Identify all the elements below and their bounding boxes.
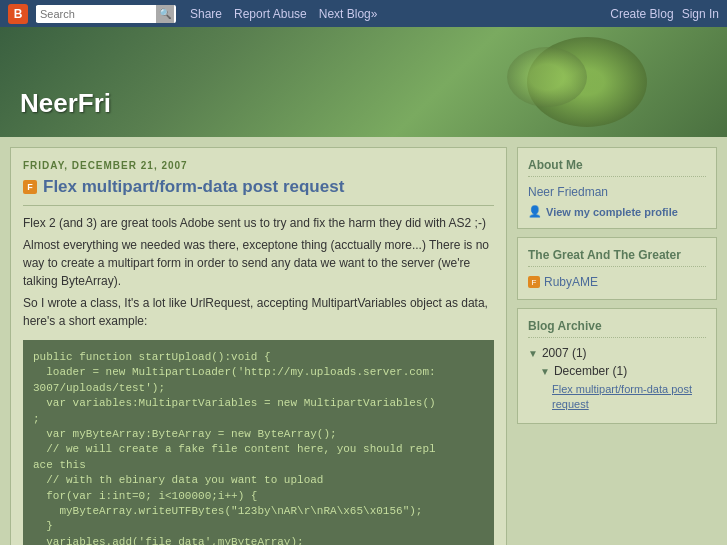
blogger-logo-icon: B — [8, 4, 28, 24]
next-blog-link[interactable]: Next Blog» — [313, 7, 384, 21]
sign-in-link[interactable]: Sign In — [682, 7, 719, 21]
link-icon: F — [528, 276, 540, 288]
about-me-section: About Me Neer Friedman 👤 View my complet… — [517, 147, 717, 229]
search-box: 🔍 — [36, 5, 176, 23]
search-input[interactable] — [36, 6, 156, 22]
post-separator — [23, 205, 494, 206]
post-title[interactable]: Flex multipart/form-data post request — [43, 177, 344, 197]
code-block: public function startUpload():void { loa… — [23, 340, 494, 545]
main-layout: Friday, December 21, 2007 F Flex multipa… — [0, 137, 727, 545]
rubyame-link[interactable]: F RubyAME — [528, 275, 706, 289]
post-title-row: F Flex multipart/form-data post request — [23, 177, 494, 197]
blog-title: NeerFri — [20, 88, 111, 119]
archive-month-label: December (1) — [554, 364, 627, 378]
create-blog-link[interactable]: Create Blog — [610, 7, 673, 21]
archive-month: ▼ December (1) — [540, 364, 706, 378]
rubyame-label: RubyAME — [544, 275, 598, 289]
share-link[interactable]: Share — [184, 7, 228, 21]
archive-post-link[interactable]: Flex multipart/form-data post request — [552, 382, 706, 413]
post-date: Friday, December 21, 2007 — [23, 160, 494, 171]
links-section: The Great And The Greater F RubyAME — [517, 237, 717, 300]
about-name-link[interactable]: Neer Friedman — [528, 185, 706, 199]
archive-section: Blog Archive ▼ 2007 (1) ▼ December (1) F… — [517, 308, 717, 424]
post-icon: F — [23, 180, 37, 194]
post-paragraph-1: Flex 2 (and 3) are great tools Adobe sen… — [23, 214, 494, 232]
top-bar: B 🔍 Share Report Abuse Next Blog» Create… — [0, 0, 727, 27]
blog-header: NeerFri — [0, 27, 727, 137]
archive-year: ▼ 2007 (1) — [528, 346, 706, 360]
about-me-title: About Me — [528, 158, 706, 177]
content-area: Friday, December 21, 2007 F Flex multipa… — [10, 147, 507, 545]
view-profile-link[interactable]: View my complete profile — [546, 206, 678, 218]
post-paragraph-2: Almost everything we needed was there, e… — [23, 236, 494, 290]
sidebar: About Me Neer Friedman 👤 View my complet… — [517, 147, 717, 545]
search-button[interactable]: 🔍 — [156, 5, 174, 23]
top-nav-right: Create Blog Sign In — [610, 7, 719, 21]
archive-title: Blog Archive — [528, 319, 706, 338]
top-nav-links: Share Report Abuse Next Blog» — [184, 7, 383, 21]
archive-year-triangle: ▼ — [528, 348, 538, 359]
profile-row: 👤 View my complete profile — [528, 205, 706, 218]
post-body: Flex 2 (and 3) are great tools Adobe sen… — [23, 214, 494, 330]
post-paragraph-3: So I wrote a class, It's a lot like UrlR… — [23, 294, 494, 330]
links-title: The Great And The Greater — [528, 248, 706, 267]
archive-year-label: 2007 (1) — [542, 346, 587, 360]
archive-month-triangle: ▼ — [540, 366, 550, 377]
report-abuse-link[interactable]: Report Abuse — [228, 7, 313, 21]
profile-icon: 👤 — [528, 205, 542, 218]
